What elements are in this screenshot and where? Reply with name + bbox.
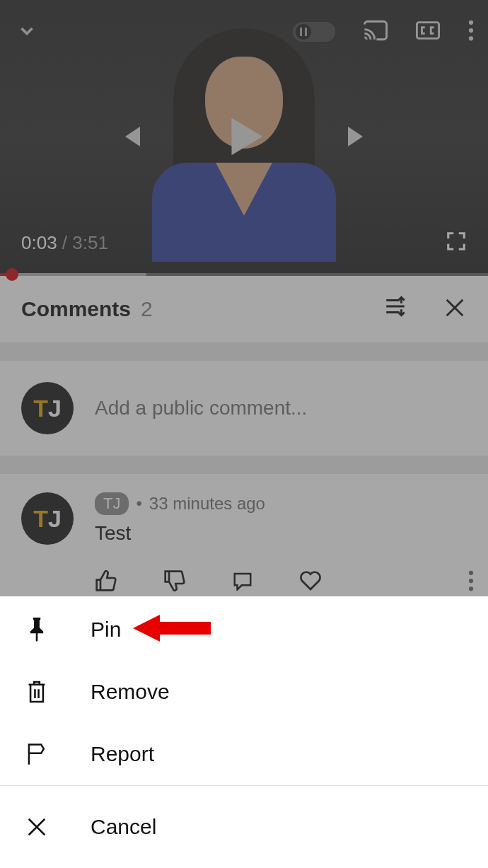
close-comments-button[interactable]	[443, 296, 467, 323]
comment-more-button[interactable]	[468, 570, 474, 594]
next-button[interactable]	[343, 122, 373, 154]
reply-icon[interactable]	[232, 571, 253, 594]
sheet-remove[interactable]: Remove	[0, 661, 488, 723]
current-time: 0:03	[21, 232, 57, 253]
close-icon	[25, 816, 48, 838]
avatar: TJ	[21, 382, 74, 434]
time-display: 0:03 / 3:51	[21, 232, 108, 254]
add-comment-input[interactable]: Add a public comment...	[95, 397, 467, 419]
add-comment-row[interactable]: TJ Add a public comment...	[0, 361, 488, 456]
svg-point-8	[469, 586, 473, 591]
heart-icon[interactable]	[299, 570, 322, 594]
divider	[0, 456, 488, 474]
author-badge[interactable]: TJ	[95, 492, 129, 515]
comments-title: Comments	[21, 297, 131, 321]
comment-item: TJ TJ • 33 minutes ago Test	[0, 474, 488, 552]
pin-icon	[25, 618, 48, 642]
avatar[interactable]: TJ	[21, 492, 74, 545]
flag-icon	[25, 743, 48, 765]
svg-point-6	[469, 571, 473, 575]
svg-point-3	[469, 21, 473, 25]
svg-point-4	[469, 28, 473, 33]
progress-buffer	[0, 273, 146, 276]
svg-rect-0	[300, 28, 302, 36]
fullscreen-button[interactable]	[446, 231, 467, 255]
play-button[interactable]	[219, 112, 269, 164]
trash-icon	[25, 680, 48, 704]
captions-icon[interactable]	[416, 21, 440, 43]
collapse-player-button[interactable]	[14, 18, 40, 46]
progress-bar[interactable]	[0, 273, 488, 276]
bottom-sheet: Pin Remove Report Cancel	[0, 598, 488, 868]
comment-timestamp: 33 minutes ago	[149, 494, 265, 514]
comments-header: Comments 2	[0, 276, 488, 342]
thumbs-down-icon[interactable]	[163, 570, 186, 594]
pause-icon	[296, 24, 311, 40]
progress-thumb[interactable]	[6, 268, 18, 281]
comment-text: Test	[95, 522, 467, 545]
sheet-report[interactable]: Report	[0, 723, 488, 785]
duration: 3:51	[72, 232, 108, 253]
divider	[0, 342, 488, 361]
more-vert-icon[interactable]	[468, 20, 474, 44]
cast-icon[interactable]	[364, 20, 388, 44]
svg-point-5	[469, 36, 473, 40]
comments-count: 2	[141, 297, 153, 321]
svg-rect-2	[417, 23, 438, 39]
svg-rect-1	[305, 28, 307, 36]
previous-button[interactable]	[115, 122, 145, 154]
autoplay-toggle[interactable]	[293, 22, 335, 42]
sheet-report-label: Report	[91, 742, 154, 766]
sort-icon[interactable]	[383, 296, 407, 323]
sheet-pin-label: Pin	[91, 618, 121, 642]
sheet-pin[interactable]: Pin	[0, 598, 488, 661]
sheet-cancel[interactable]: Cancel	[0, 786, 488, 868]
comment-separator: •	[136, 494, 141, 514]
video-player[interactable]: 0:03 / 3:51	[0, 0, 488, 276]
sheet-remove-label: Remove	[91, 680, 170, 704]
sheet-cancel-label: Cancel	[91, 815, 156, 839]
svg-point-7	[469, 579, 473, 583]
thumbs-up-icon[interactable]	[95, 570, 117, 594]
comments-section: Comments 2 TJ Add a public comment... TJ…	[0, 276, 488, 608]
